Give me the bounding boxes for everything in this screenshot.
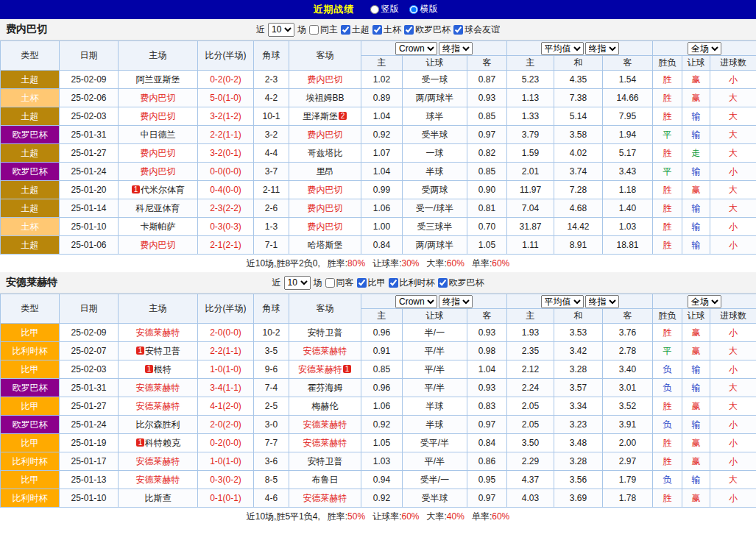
scope-select[interactable]: 全场 (688, 295, 721, 308)
away-team-name[interactable]: 费内巴切 (308, 129, 343, 140)
away-team-name[interactable]: 费内巴切 (308, 203, 343, 213)
league-filter-checkbox-欧罗巴杯[interactable]: 欧罗巴杯 (438, 277, 484, 289)
away-team-name[interactable]: 布鲁日 (312, 475, 339, 485)
same-venue-checkbox-input[interactable] (325, 278, 335, 288)
home-team-name[interactable]: 比尔森胜利 (136, 419, 180, 430)
home-team-name[interactable]: 阿兰亚斯堡 (136, 74, 180, 85)
home-team-name[interactable]: 代米尔体育 (141, 185, 185, 195)
home-team-name[interactable]: 费内巴切 (141, 93, 176, 103)
league-filter-checkbox-土超[interactable]: 土超 (341, 24, 370, 36)
league-filter-checkbox-input[interactable] (404, 25, 414, 35)
layout-radio-horizontal[interactable]: 横版 (409, 3, 438, 15)
away-team-name[interactable]: 里昂 (317, 166, 334, 177)
league-filter-checkbox-球会友谊[interactable]: 球会友谊 (453, 24, 500, 36)
avg-type-select[interactable]: 平均值 (541, 295, 584, 308)
odds-company-select[interactable]: Crown (395, 42, 437, 55)
away-team-name[interactable]: 安德莱赫特 (303, 419, 347, 430)
away-team-name[interactable]: 安德莱赫特 (303, 346, 347, 356)
score-cell[interactable]: 2-2(1-1) (198, 126, 254, 144)
home-team-name[interactable]: 费内巴切 (141, 148, 176, 158)
score-cell[interactable]: 0-3(0-3) (198, 218, 254, 236)
same-venue-checkbox-input[interactable] (309, 25, 319, 35)
league-filter-checkbox-input[interactable] (372, 25, 382, 35)
same-venue-checkbox-同主[interactable]: 同主 (309, 24, 338, 36)
home-team-name[interactable]: 根特 (154, 364, 172, 374)
odds-stage-select[interactable]: 终指 (439, 42, 473, 55)
away-team-name[interactable]: 安特卫普 (308, 456, 343, 466)
corner-cell: 4-2 (254, 89, 289, 107)
score-cell[interactable]: 2-0(0-0) (198, 324, 254, 342)
score-cell[interactable]: 2-1(2-1) (198, 236, 254, 255)
avg-type-select[interactable]: 平均值 (541, 42, 584, 55)
home-team-name[interactable]: 安德莱赫特 (136, 327, 180, 338)
home-team-name[interactable]: 比斯查 (145, 493, 172, 503)
same-venue-checkbox-label: 同主 (320, 24, 338, 36)
odds-stage-select[interactable]: 终指 (439, 295, 473, 308)
away-team-name[interactable]: 安德莱赫特 (303, 438, 347, 448)
league-filter-checkbox-比利时杯[interactable]: 比利时杯 (389, 277, 435, 289)
away-team-name[interactable]: 梅赫伦 (312, 401, 339, 411)
score-cell[interactable]: 0-4(0-0) (198, 181, 254, 199)
match-count-select[interactable]: 10 (284, 276, 311, 290)
home-team-name[interactable]: 费内巴切 (141, 240, 176, 250)
away-team-name[interactable]: 安德莱赫特 (303, 493, 347, 503)
away-team-name[interactable]: 安特卫普 (308, 327, 343, 338)
league-filter-checkbox-input[interactable] (453, 25, 463, 35)
score-cell[interactable]: 2-0(2-0) (198, 416, 254, 434)
score-cell[interactable]: 0-2(0-0) (198, 434, 254, 452)
home-team-name[interactable]: 科特赖克 (145, 438, 180, 448)
away-team-name[interactable]: 费内巴切 (308, 74, 343, 85)
layout-radio-vertical[interactable]: 竖版 (370, 3, 399, 15)
match-count-select[interactable]: 10 (268, 23, 294, 37)
score-cell[interactable]: 4-1(2-0) (198, 397, 254, 416)
away-team-name[interactable]: 费内巴切 (308, 185, 343, 195)
layout-radio-input[interactable] (370, 5, 379, 14)
away-team-name[interactable]: 哈塔斯堡 (308, 240, 343, 250)
home-team-name[interactable]: 科尼亚体育 (136, 203, 180, 213)
score-cell[interactable]: 0-2(0-2) (198, 71, 254, 89)
league-filter-checkbox-input[interactable] (357, 278, 367, 288)
scope-select[interactable]: 全场 (688, 42, 721, 55)
score-cell[interactable]: 1-0(1-0) (198, 360, 254, 379)
league-filter-checkbox-欧罗巴杯[interactable]: 欧罗巴杯 (404, 24, 451, 36)
away-team-name[interactable]: 哥兹塔比 (308, 148, 343, 158)
layout-radio-input[interactable] (409, 5, 418, 14)
handicap-cell: 受半球 (403, 489, 467, 508)
away-team-name[interactable]: 安德莱赫特 (298, 364, 342, 374)
score-cell[interactable]: 3-2(1-2) (198, 107, 254, 126)
score-cell[interactable]: 0-3(0-2) (198, 471, 254, 489)
league-filter-checkbox-比甲[interactable]: 比甲 (357, 277, 386, 289)
avg-stage-select[interactable]: 终指 (585, 295, 619, 308)
league-filter-checkbox-input[interactable] (341, 25, 350, 35)
score-cell[interactable]: 5-0(1-0) (198, 89, 254, 107)
score-cell[interactable]: 0-1(0-1) (198, 489, 254, 508)
score-cell[interactable]: 2-2(1-1) (198, 342, 254, 360)
home-team-name[interactable]: 费内巴切 (141, 166, 176, 177)
odds-company-select[interactable]: Crown (395, 295, 437, 308)
handicap-result-cell: 赢 (682, 489, 710, 508)
home-team-name[interactable]: 卡斯帕萨 (141, 221, 176, 232)
match-row: 比甲25-01-191科特赖克0-2(0-0)7-7安德莱赫特1.05受平/半0… (1, 434, 756, 452)
home-team-name[interactable]: 安德莱赫特 (136, 383, 180, 393)
home-team-name[interactable]: 安德莱赫特 (136, 456, 180, 466)
away-team-name[interactable]: 费内巴切 (308, 221, 343, 232)
score-cell[interactable]: 0-0(0-0) (198, 163, 254, 181)
home-team-name[interactable]: 安德莱赫特 (136, 475, 180, 485)
score-cell[interactable]: 3-4(1-1) (198, 379, 254, 397)
league-filter-checkbox-土杯[interactable]: 土杯 (372, 24, 401, 36)
home-team-name[interactable]: 安德莱赫特 (136, 401, 180, 411)
home-team-name[interactable]: 中日德兰 (141, 129, 176, 140)
avg-stage-select[interactable]: 终指 (585, 42, 619, 55)
home-team-name[interactable]: 安特卫普 (145, 346, 180, 356)
home-team-name[interactable]: 费内巴切 (141, 111, 176, 121)
away-team-name[interactable]: 埃祖姆BB (305, 93, 344, 103)
score-cell[interactable]: 1-0(1-0) (198, 452, 254, 471)
corner-cell: 10-1 (254, 107, 289, 126)
league-filter-checkbox-input[interactable] (438, 278, 448, 288)
away-team-name[interactable]: 霍芬海姆 (308, 383, 343, 393)
score-cell[interactable]: 3-2(0-1) (198, 144, 254, 163)
score-cell[interactable]: 2-3(2-2) (198, 199, 254, 218)
league-filter-checkbox-input[interactable] (389, 278, 398, 288)
same-venue-checkbox-同客[interactable]: 同客 (325, 277, 354, 289)
away-team-name[interactable]: 里泽斯堡 (303, 111, 338, 121)
